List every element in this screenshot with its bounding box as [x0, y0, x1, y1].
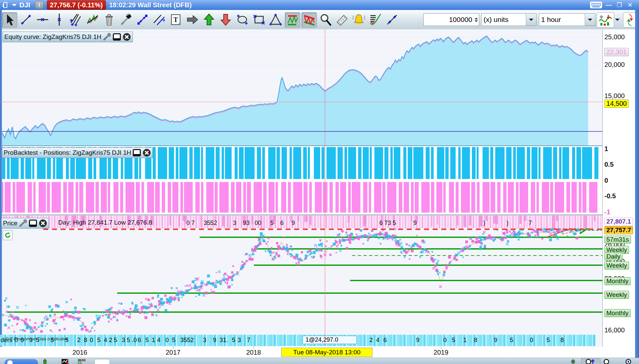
arrow-right-icon	[186, 13, 199, 26]
equity-current-value-badge: 22,301	[604, 48, 629, 56]
ruler-tool-button[interactable]	[335, 12, 349, 27]
tools-tool-button[interactable]	[118, 12, 133, 27]
equity-panel	[0, 29, 602, 146]
close-icon[interactable]	[39, 219, 47, 227]
quantity-value: 100000	[449, 16, 474, 24]
zigzag-tool-button[interactable]	[285, 12, 300, 28]
triangle-tool-button[interactable]	[268, 12, 283, 27]
bars-icon[interactable]	[78, 359, 86, 364]
level-label-badge: Daily	[604, 253, 622, 261]
strip-number-fragment: 6	[138, 337, 141, 344]
band-number-fragment: 00	[255, 220, 261, 227]
trend-channel-tool-button[interactable]	[85, 12, 100, 27]
refresh-button[interactable]	[3, 230, 13, 240]
close-button[interactable]: ✕	[626, 1, 634, 9]
band-number-fragment: )	[483, 220, 485, 227]
horizontal-line-tool-button[interactable]	[35, 12, 50, 27]
vertical-line-tool-button[interactable]	[52, 12, 67, 27]
strip-number-fragment: 5	[127, 337, 130, 344]
equity-panel-title: Equity curve: ZigZagKris75 DJI 1H	[4, 33, 101, 41]
refresh-arrows-icon	[4, 232, 11, 239]
timeframe-select[interactable]: 1 hour	[539, 13, 595, 26]
band-number-fragment: 6 73 5	[379, 220, 396, 227]
positions-axis-label: 1	[604, 145, 608, 153]
add-indicator-caret[interactable]	[614, 12, 621, 27]
detach-window-icon[interactable]	[112, 33, 121, 41]
strip-number-fragment: 3	[238, 337, 241, 344]
strip-number-fragment: .0	[132, 337, 137, 344]
backtest-tool-button[interactable]	[368, 12, 383, 27]
current-price-badge: 27,757.7	[604, 226, 633, 234]
positions-panel-titlebar[interactable]: ProBacktest - Positions: ZigZagKris75 DJ…	[2, 147, 153, 158]
trading-platform-window: DJI i 27,756.7 (-0.11%) 18:02:29 Wall St…	[0, 0, 639, 364]
ellipse-tool-button[interactable]	[235, 12, 250, 27]
equity-panel-titlebar[interactable]: Equity curve: ZigZagKris75 DJI 1H	[3, 32, 133, 42]
year-axis-label: 2016	[73, 349, 88, 356]
symbol-dropdown-caret[interactable]	[12, 4, 17, 9]
arrow-down-tool-button[interactable]	[218, 12, 233, 27]
alert-bell-icon	[352, 13, 365, 26]
zigzag-channel-tool-button[interactable]	[302, 12, 317, 28]
strip-number-fragment: 0	[443, 337, 447, 344]
window-right-border[interactable]	[635, 10, 639, 364]
equity-axis-label: 15,000	[604, 92, 625, 100]
chart-window-icon[interactable]	[3, 2, 10, 8]
fan-lines-tool-button[interactable]	[69, 12, 83, 27]
trash-tool-button[interactable]	[102, 12, 116, 27]
quantity-stepper[interactable]: 100000	[423, 13, 479, 26]
text-tool-button[interactable]: T	[168, 12, 183, 27]
rectangle-tool-button[interactable]	[252, 12, 266, 27]
oblique-line-tool-button[interactable]	[385, 12, 399, 27]
candlestick-icon[interactable]	[42, 359, 48, 364]
zigzag-channel-icon	[303, 13, 316, 27]
strip-number-fragment: 31.	[220, 337, 228, 344]
segment-tool-button[interactable]	[19, 12, 33, 27]
wrench-icon[interactable]	[103, 33, 111, 41]
strip-number-fragment: 9	[494, 337, 497, 344]
close-icon[interactable]	[142, 149, 151, 157]
minimize-button[interactable]: —	[604, 2, 613, 9]
status-bar	[0, 358, 639, 364]
strip-number-fragment: 1	[152, 337, 155, 344]
keyboard-icon[interactable]	[590, 1, 602, 9]
year-axis-label: 2019	[434, 349, 449, 356]
close-icon[interactable]	[122, 33, 131, 41]
zoom-out-button[interactable]	[603, 359, 610, 364]
year-axis-label: 2018	[246, 349, 261, 356]
toggle-pill[interactable]	[5, 359, 38, 364]
restore-button[interactable]: ❐	[615, 1, 624, 9]
detach-window-icon[interactable]	[132, 149, 141, 157]
drawing-toolbar: T 100000 (x) units 1 hour	[0, 10, 639, 30]
candlestick-icon[interactable]	[570, 359, 576, 364]
strip-number-fragment: 0	[165, 337, 169, 344]
price-panel-titlebar[interactable]: Price	[1, 218, 49, 229]
status-input[interactable]	[95, 359, 110, 364]
text-icon: T	[169, 13, 182, 26]
unit-select[interactable]: (x) units	[481, 13, 536, 26]
strip-number-fragment: 5	[232, 337, 235, 344]
arrow-up-tool-button[interactable]	[202, 12, 216, 27]
parallel-lines-tool-button[interactable]	[152, 12, 166, 27]
wrench-icon[interactable]	[19, 219, 27, 227]
strip-number-fragment: 4	[157, 337, 160, 344]
help-button[interactable]	[625, 359, 632, 364]
magnifier-tool-button[interactable]	[318, 12, 333, 27]
strip-number-fragment: 8	[474, 337, 477, 344]
trash-icon	[103, 13, 116, 26]
equity-axis-label: 25,000	[604, 33, 625, 41]
alert-bell-tool-button[interactable]	[351, 12, 366, 27]
ruler-icon	[335, 13, 349, 26]
positions-short-bars	[0, 182, 596, 213]
backtest-icon	[369, 13, 382, 26]
chart-alert-icon[interactable]	[61, 359, 69, 364]
zoom-in-button[interactable]	[581, 358, 600, 364]
arrow-right-tool-button[interactable]	[185, 12, 200, 27]
pointer-tool-button[interactable]	[2, 12, 17, 28]
spinner-arrows-icon[interactable]	[474, 14, 479, 26]
move-resize-tool-button[interactable]	[135, 12, 150, 27]
add-indicator-button[interactable]	[597, 12, 614, 28]
info-button[interactable]: i	[35, 1, 44, 9]
detach-window-icon[interactable]	[29, 219, 37, 227]
positions-axis-label: 0	[604, 177, 608, 184]
segment-icon	[19, 13, 33, 26]
